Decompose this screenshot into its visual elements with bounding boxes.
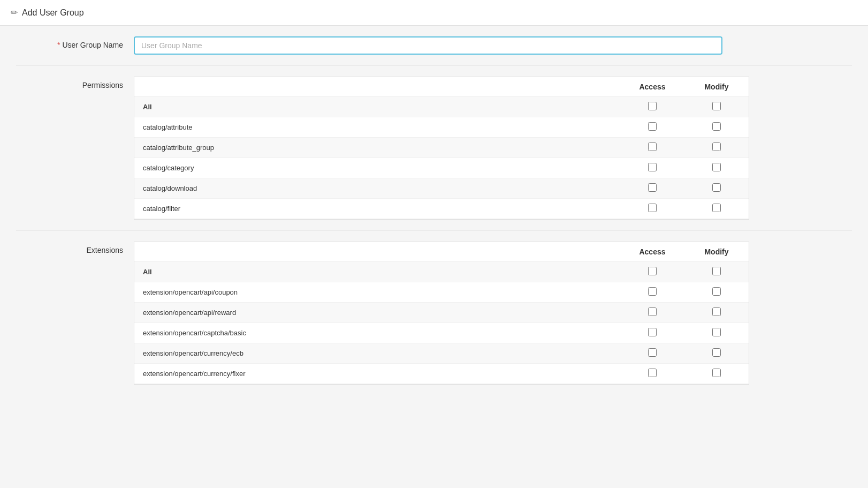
row-access-cell (620, 364, 684, 384)
extensions-label: Extensions (16, 242, 134, 254)
modify-checkbox[interactable] (712, 369, 721, 377)
extensions-col-name (134, 242, 620, 262)
table-row: catalog/category (134, 158, 749, 178)
permissions-label: Permissions (16, 77, 134, 89)
row-access-cell (620, 158, 684, 178)
row-modify-cell (684, 199, 749, 219)
table-row: extension/opencart/currency/ecb (134, 343, 749, 364)
page-header: ✏ Add User Group (0, 0, 868, 26)
row-name: catalog/attribute_group (134, 138, 620, 158)
access-checkbox[interactable] (648, 328, 657, 336)
row-modify-cell (684, 282, 749, 303)
extensions-col-modify: Modify (684, 242, 749, 262)
edit-icon: ✏ (11, 7, 18, 18)
permissions-table-wrapper[interactable]: Access Modify Allcatalog/attributecatalo… (134, 77, 749, 220)
row-access-cell (620, 303, 684, 323)
permissions-table: Access Modify Allcatalog/attributecatalo… (134, 77, 749, 219)
required-indicator: * (57, 41, 60, 49)
access-checkbox[interactable] (648, 369, 657, 377)
table-row: catalog/attribute (134, 117, 749, 138)
row-modify-cell (684, 364, 749, 384)
modify-checkbox[interactable] (712, 183, 721, 192)
access-checkbox[interactable] (648, 122, 657, 131)
modify-checkbox[interactable] (712, 163, 721, 171)
row-modify-cell (684, 97, 749, 117)
extensions-header-row: Access Modify (134, 242, 749, 262)
modify-checkbox[interactable] (712, 348, 721, 357)
row-name: All (134, 97, 620, 117)
row-access-cell (620, 262, 684, 282)
modify-checkbox[interactable] (712, 307, 721, 316)
row-access-cell (620, 178, 684, 199)
modify-checkbox[interactable] (712, 287, 721, 296)
permissions-header-row: Access Modify (134, 77, 749, 97)
modify-checkbox[interactable] (712, 142, 721, 151)
modify-checkbox[interactable] (712, 122, 721, 131)
access-checkbox[interactable] (648, 204, 657, 212)
row-name: All (134, 262, 620, 282)
table-row: All (134, 97, 749, 117)
table-row: extension/opencart/currency/fixer (134, 364, 749, 384)
row-access-cell (620, 343, 684, 364)
table-row: extension/opencart/api/reward (134, 303, 749, 323)
modify-checkbox[interactable] (712, 102, 721, 110)
access-checkbox[interactable] (648, 102, 657, 110)
row-access-cell (620, 138, 684, 158)
table-row: extension/opencart/api/coupon (134, 282, 749, 303)
extensions-table-wrapper[interactable]: Access Modify Allextension/opencart/api/… (134, 242, 749, 385)
permissions-section: Permissions Access Modify Allcatalog/att… (16, 77, 852, 231)
modify-checkbox[interactable] (712, 204, 721, 212)
extensions-table: Access Modify Allextension/opencart/api/… (134, 242, 749, 384)
table-row: extension/opencart/captcha/basic (134, 323, 749, 343)
row-access-cell (620, 199, 684, 219)
row-access-cell (620, 117, 684, 138)
table-row: catalog/download (134, 178, 749, 199)
row-name: extension/opencart/currency/ecb (134, 343, 620, 364)
row-name: catalog/category (134, 158, 620, 178)
row-name: extension/opencart/captcha/basic (134, 323, 620, 343)
access-checkbox[interactable] (648, 348, 657, 357)
extensions-section: Extensions Access Modify Allextension/op… (16, 242, 852, 385)
row-modify-cell (684, 303, 749, 323)
access-checkbox[interactable] (648, 142, 657, 151)
table-row: All (134, 262, 749, 282)
user-group-name-label: *User Group Name (16, 36, 134, 49)
extensions-col-access: Access (620, 242, 684, 262)
access-checkbox[interactable] (648, 287, 657, 296)
user-group-name-section: *User Group Name (16, 36, 852, 66)
row-name: catalog/filter (134, 199, 620, 219)
row-modify-cell (684, 158, 749, 178)
row-modify-cell (684, 138, 749, 158)
permissions-col-name (134, 77, 620, 97)
access-checkbox[interactable] (648, 267, 657, 275)
row-modify-cell (684, 117, 749, 138)
row-name: extension/opencart/currency/fixer (134, 364, 620, 384)
permissions-col-modify: Modify (684, 77, 749, 97)
modify-checkbox[interactable] (712, 267, 721, 275)
permissions-col-access: Access (620, 77, 684, 97)
page-title: Add User Group (22, 8, 84, 18)
row-access-cell (620, 97, 684, 117)
modify-checkbox[interactable] (712, 328, 721, 336)
row-name: extension/opencart/api/reward (134, 303, 620, 323)
row-modify-cell (684, 178, 749, 199)
row-name: catalog/attribute (134, 117, 620, 138)
row-name: catalog/download (134, 178, 620, 199)
page-content: *User Group Name Permissions Access Modi… (0, 26, 868, 395)
row-modify-cell (684, 343, 749, 364)
row-modify-cell (684, 262, 749, 282)
table-row: catalog/filter (134, 199, 749, 219)
row-name: extension/opencart/api/coupon (134, 282, 620, 303)
row-modify-cell (684, 323, 749, 343)
row-access-cell (620, 282, 684, 303)
table-row: catalog/attribute_group (134, 138, 749, 158)
access-checkbox[interactable] (648, 307, 657, 316)
user-group-name-input[interactable] (134, 36, 722, 55)
row-access-cell (620, 323, 684, 343)
access-checkbox[interactable] (648, 183, 657, 192)
access-checkbox[interactable] (648, 163, 657, 171)
